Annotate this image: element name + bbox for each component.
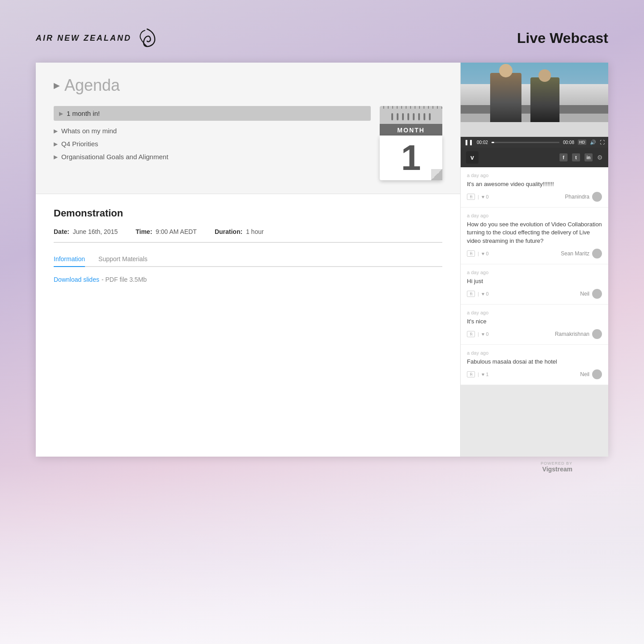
total-time: 00:08 <box>563 140 574 145</box>
settings-icon[interactable]: ⚙ <box>597 154 603 161</box>
chat-author-1: Sean Maritz <box>561 249 602 258</box>
chat-text-0: It's an awesome video quality!!!!!!! <box>467 180 602 188</box>
chat-timestamp-3: a day ago <box>467 310 602 315</box>
demo-duration: Duration: 1 hour <box>215 228 264 235</box>
chat-heart-4[interactable]: ♥ 1 <box>482 372 489 377</box>
page-title: Live Webcast <box>517 30 608 47</box>
main-content: ▶ Agenda ▶ 1 month in! ▶ Whats on my min <box>36 63 608 457</box>
header: AIR NEW ZEALAND Live Webcast <box>36 27 608 49</box>
right-panel: ❚❚ 00:02 00:08 HD 🔊 ⛶ v f <box>461 63 608 457</box>
chat-share-btn-0[interactable]: ⎘ <box>467 194 475 200</box>
hd-badge: HD <box>578 140 586 145</box>
chat-share-btn-4[interactable]: ⎘ <box>467 371 475 377</box>
progress-fill <box>491 142 494 143</box>
chat-timestamp-0: a day ago <box>467 173 602 178</box>
calendar-widget: MONTH 1 <box>380 106 442 180</box>
chat-logo: v <box>466 151 479 164</box>
tab-information[interactable]: Information <box>54 252 85 267</box>
calendar-day: 1 <box>384 140 438 176</box>
demo-title: Demonstration <box>54 208 442 219</box>
tab-support-materials[interactable]: Support Materials <box>98 252 148 267</box>
calendar-curl <box>431 169 442 180</box>
chat-text-2: Hi just <box>467 277 602 285</box>
progress-bar[interactable] <box>491 142 559 143</box>
current-time: 00:02 <box>477 140 488 145</box>
agenda-header: ▶ Agenda <box>54 76 442 95</box>
chat-message-4: a day ago Fabulous masala dosai at the h… <box>461 345 608 385</box>
chat-actions-4: ⎘ | ♥ 1 Neil <box>467 369 602 379</box>
demo-time: Time: 9:00 AM AEDT <box>136 228 197 235</box>
left-panel: ▶ Agenda ▶ 1 month in! ▶ Whats on my min <box>36 63 461 457</box>
chat-heart-0[interactable]: ♥ 0 <box>482 194 489 199</box>
footer: powered by Vigstream <box>36 457 608 477</box>
chat-actions-3: ⎘ | ♥ 0 Ramakrishnan <box>467 329 602 339</box>
chat-bottom <box>461 385 608 457</box>
chat-heart-1[interactable]: ♥ 0 <box>482 251 489 256</box>
author-avatar-4 <box>592 369 602 379</box>
chat-author-3: Ramakrishnan <box>555 329 602 339</box>
demo-section: Demonstration Date: June 16th, 2015 Time… <box>36 194 460 297</box>
agenda-bullet-2: ▶ <box>54 141 58 147</box>
demo-meta: Date: June 16th, 2015 Time: 9:00 AM AEDT… <box>54 228 442 243</box>
author-avatar-0 <box>592 192 602 202</box>
chat-share-btn-1[interactable]: ⎘ <box>467 250 475 257</box>
author-avatar-3 <box>592 329 602 339</box>
chat-heart-3[interactable]: ♥ 0 <box>482 331 489 337</box>
chat-share-btn-2[interactable]: ⎘ <box>467 291 475 297</box>
author-avatar-2 <box>592 289 602 299</box>
agenda-item-1[interactable]: ▶ Whats on my mind <box>54 124 371 137</box>
chat-author-2: Neil <box>580 289 602 299</box>
agenda-arrow-icon: ▶ <box>54 80 60 90</box>
play-icon[interactable]: ❚❚ <box>464 139 473 145</box>
chat-text-3: It's nice <box>467 318 602 326</box>
video-controls: ❚❚ 00:02 00:08 HD 🔊 ⛶ <box>461 137 608 148</box>
agenda-bullet-3: ▶ <box>54 154 58 160</box>
demo-date: Date: June 16th, 2015 <box>54 228 118 235</box>
tabs: Information Support Materials <box>54 252 442 267</box>
chat-actions-0: ⎘ | ♥ 0 Phanindra <box>467 192 602 202</box>
chat-text-1: How do you see the evolution of Video Co… <box>467 220 602 245</box>
logo-text: AIR NEW ZEALAND <box>36 34 131 43</box>
agenda-item-3[interactable]: ▶ Organisational Goals and Alignment <box>54 150 371 163</box>
agenda-content: ▶ 1 month in! ▶ Whats on my mind ▶ Q4 Pr… <box>54 106 442 180</box>
agenda-list: ▶ 1 month in! ▶ Whats on my mind ▶ Q4 Pr… <box>54 106 371 163</box>
chat-message-1: a day ago How do you see the evolution o… <box>461 208 608 264</box>
chat-actions-2: ⎘ | ♥ 0 Neil <box>467 289 602 299</box>
download-meta: - PDF file 3.5Mb <box>102 276 147 283</box>
chat-toolbar: v f t in ⚙ <box>461 148 608 167</box>
video-container[interactable]: ❚❚ 00:02 00:08 HD 🔊 ⛶ <box>461 63 608 148</box>
chat-actions-1: ⎘ | ♥ 0 Sean Maritz <box>467 249 602 258</box>
chat-message-3: a day ago It's nice ⎘ | ♥ 0 Ramakris <box>461 305 608 345</box>
volume-icon[interactable]: 🔊 <box>590 140 596 145</box>
calendar-month: MONTH <box>380 124 442 136</box>
chat-timestamp-1: a day ago <box>467 213 602 218</box>
chat-timestamp-4: a day ago <box>467 350 602 356</box>
chat-social-icons: f t in ⚙ <box>559 153 603 161</box>
brand-name: Vigstream <box>72 466 572 473</box>
agenda-bullet-1: ▶ <box>54 128 58 134</box>
logo-icon <box>136 27 158 49</box>
powered-by-text: powered by <box>72 461 572 466</box>
agenda-item-0[interactable]: ▶ 1 month in! <box>54 106 371 121</box>
chat-timestamp-2: a day ago <box>467 270 602 275</box>
fullscreen-icon[interactable]: ⛶ <box>600 140 605 145</box>
calendar-body: 1 <box>380 136 442 180</box>
chat-heart-2[interactable]: ♥ 0 <box>482 291 489 297</box>
chat-author-0: Phanindra <box>565 192 602 202</box>
video-scene <box>461 63 608 148</box>
twitter-icon[interactable]: t <box>572 153 580 161</box>
agenda-bullet-0: ▶ <box>59 110 63 117</box>
linkedin-icon[interactable]: in <box>585 153 593 161</box>
chat-share-btn-3[interactable]: ⎘ <box>467 331 475 337</box>
chat-text-4: Fabulous masala dosai at the hotel <box>467 358 602 366</box>
chat-feed: a day ago It's an awesome video quality!… <box>461 167 608 457</box>
chat-message-2: a day ago Hi just ⎘ | ♥ 0 Neil <box>461 264 608 305</box>
facebook-icon[interactable]: f <box>559 153 568 161</box>
chat-author-4: Neil <box>580 369 602 379</box>
logo-area: AIR NEW ZEALAND <box>36 27 158 49</box>
download-slides-link[interactable]: Download slides <box>54 276 99 283</box>
agenda-title: Agenda <box>64 76 120 95</box>
chat-message-0: a day ago It's an awesome video quality!… <box>461 167 608 208</box>
agenda-item-2[interactable]: ▶ Q4 Priorities <box>54 137 371 150</box>
agenda-section: ▶ Agenda ▶ 1 month in! ▶ Whats on my min <box>36 63 460 194</box>
